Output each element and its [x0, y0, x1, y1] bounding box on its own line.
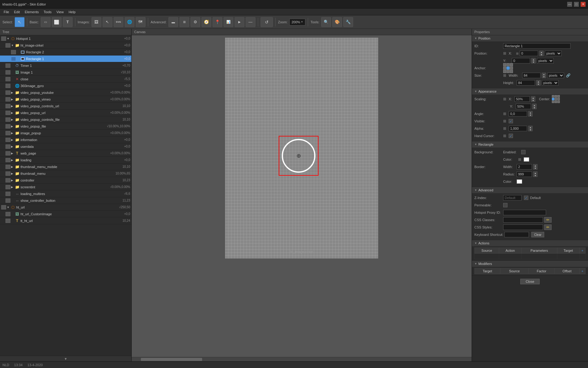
- adv-btn2[interactable]: ⊞: [179, 17, 189, 27]
- vis-toggle-360gyro[interactable]: [6, 84, 10, 88]
- expand-hotspot1[interactable]: ▼: [7, 37, 10, 40]
- minimize-button[interactable]: —: [567, 2, 572, 7]
- modifiers-col-add[interactable]: +: [579, 268, 585, 274]
- scale-y-spinner[interactable]: ▲▼: [532, 104, 537, 109]
- tree-item-vpcf[interactable]: ▶ 📁 video_popup_controls_file 10,10: [0, 116, 131, 123]
- undo-button[interactable]: ↺: [261, 17, 273, 27]
- vis-toggle-rect2[interactable]: [11, 50, 16, 54]
- maximize-button[interactable]: □: [574, 2, 579, 7]
- expand-webpage[interactable]: ▶: [11, 152, 15, 155]
- visible-checkbox[interactable]: [509, 119, 513, 123]
- canvas-rect-element[interactable]: ⊕: [279, 136, 318, 176]
- tree-item-image1[interactable]: 🖼 Image 1 √10,10: [0, 69, 131, 76]
- expand-info[interactable]: ▶: [11, 138, 15, 141]
- props-section-advanced-header[interactable]: ▼ Advanced: [472, 187, 588, 193]
- vis-toggle-imgpopup[interactable]: [6, 131, 10, 135]
- prop-y-input[interactable]: [512, 58, 530, 63]
- vis-toggle-vpy[interactable]: [6, 90, 10, 95]
- vis-toggle-ctrl[interactable]: [6, 178, 10, 182]
- expand-tm[interactable]: ▶: [11, 172, 15, 175]
- props-close-button[interactable]: Close: [520, 279, 539, 284]
- y-unit-select[interactable]: pixels%: [537, 58, 554, 63]
- border-width-spinner[interactable]: ▲▼: [533, 164, 537, 170]
- props-section-modifiers-header[interactable]: ▼ Modifiers: [472, 261, 588, 267]
- prop-scale-x-input[interactable]: [514, 96, 530, 102]
- vis-toggle-webpage[interactable]: [6, 151, 10, 155]
- scrollbar-h-handle[interactable]: [141, 358, 202, 361]
- adv-btn4[interactable]: 🧭: [202, 17, 211, 27]
- tree-item-screentint[interactable]: ▶ 📁 screentint √0.00%,0.00%: [0, 184, 131, 190]
- y-spinner[interactable]: ▲▼: [531, 58, 536, 63]
- handcursor-checkbox[interactable]: [509, 134, 513, 138]
- prop-hotspot-proxy-input[interactable]: [503, 210, 546, 215]
- props-section-position-header[interactable]: ▼ Position: [472, 35, 588, 41]
- prop-keyboard-input[interactable]: [504, 232, 529, 237]
- adv-btn8[interactable]: —: [246, 17, 255, 27]
- bg-color-swatch[interactable]: [524, 157, 529, 162]
- tree-item-webpage[interactable]: ▶ T web_page +0.00%,0.00%: [0, 150, 131, 157]
- menu-file[interactable]: File: [1, 10, 12, 14]
- prop-height-input[interactable]: [517, 80, 535, 86]
- prop-angle-input[interactable]: [509, 111, 527, 117]
- tool-btn3[interactable]: 🔧: [343, 17, 353, 27]
- vis-toggle-vpv[interactable]: [6, 97, 10, 102]
- expand-screentint[interactable]: ▶: [11, 186, 15, 189]
- vis-toggle-rect1[interactable]: [11, 57, 16, 61]
- vis-toggle-vpf[interactable]: [6, 124, 10, 128]
- vis-toggle-ht-image-cirkel[interactable]: [6, 43, 10, 48]
- expand-vpf[interactable]: ▶: [11, 125, 15, 128]
- vis-toggle-scb[interactable]: [6, 198, 10, 203]
- vis-toggle-close[interactable]: [6, 77, 10, 81]
- props-section-appearance-header[interactable]: ▼ Appearance: [472, 88, 588, 94]
- width-unit-select[interactable]: pixels%: [547, 73, 564, 78]
- alpha-spinner[interactable]: ▲▼: [528, 126, 533, 131]
- select-tool-button[interactable]: ↖: [15, 17, 24, 27]
- prop-zindex-input[interactable]: [503, 195, 522, 201]
- tree-item-ctrl[interactable]: ▶ 📁 controller 10,23: [0, 177, 131, 184]
- adv-btn1[interactable]: ▬: [168, 17, 178, 27]
- x-unit-select[interactable]: pixels%: [545, 51, 562, 56]
- vis-toggle-timer1[interactable]: [6, 63, 10, 68]
- tree-scroll-down[interactable]: ▼: [0, 356, 131, 361]
- tool-search-button[interactable]: 🔍: [321, 17, 331, 27]
- expand-vpv[interactable]: ▶: [11, 98, 15, 101]
- prop-css-classes-input[interactable]: [503, 217, 543, 223]
- tree-item-lm[interactable]: ··· loading_multires √6,6: [0, 190, 131, 197]
- vis-toggle-vpcu[interactable]: [6, 104, 10, 108]
- tree-item-timer1[interactable]: ⏱ Timer 1 +0,70: [0, 62, 131, 69]
- expand-vpcf[interactable]: ▶: [11, 118, 15, 121]
- menu-tools[interactable]: Tools: [41, 10, 54, 14]
- tree-item-tthturl[interactable]: T tt_ht_url 10,24: [0, 217, 131, 224]
- adv-btn5[interactable]: 📍: [213, 17, 222, 27]
- keyboard-clear-button[interactable]: Clear: [531, 232, 544, 237]
- scale-x-spinner[interactable]: ▲▼: [531, 96, 535, 102]
- canvas-area[interactable]: ⊕ ht_image-cirkel: [132, 35, 472, 357]
- menu-elements[interactable]: Elements: [22, 10, 41, 14]
- expand-hturl[interactable]: ▼: [7, 206, 10, 209]
- expand-vpcu[interactable]: ▶: [11, 105, 15, 108]
- tree-item-ht-image-cirkel[interactable]: ▼ 📁 ht_image-cirkel +0,0: [0, 42, 131, 49]
- actions-col-add[interactable]: +: [579, 248, 585, 254]
- tree-item-hotspot1[interactable]: ▼ ⬡ Hotspot 1 +0,0: [0, 35, 131, 42]
- tree-item-hturlci[interactable]: 🖼 ht_url_CustomImage +0,0: [0, 211, 131, 217]
- expand-imgpopup[interactable]: ▶: [11, 132, 15, 135]
- vis-toggle-info[interactable]: [6, 138, 10, 142]
- vis-toggle-lm[interactable]: [6, 192, 10, 196]
- map-button[interactable]: 🗺: [136, 17, 145, 27]
- expand-loading[interactable]: ▶: [11, 159, 15, 162]
- basic-shape2-button[interactable]: ⬜: [52, 17, 62, 27]
- tree-item-rect2[interactable]: Rectangle 2 +0,0: [0, 49, 131, 56]
- vis-toggle-screentint[interactable]: [6, 185, 10, 189]
- canvas-scrollbar-h[interactable]: [132, 357, 472, 361]
- tree-item-rect1[interactable]: Rectangle 1 +0,0: [0, 56, 131, 62]
- prop-border-width-input[interactable]: [517, 164, 532, 170]
- web-button[interactable]: 🌐: [125, 17, 134, 27]
- vis-toggle-image1[interactable]: [6, 70, 10, 75]
- height-spinner[interactable]: ▲▼: [536, 80, 541, 86]
- image-button[interactable]: 🖼: [92, 17, 101, 27]
- tree-item-tm[interactable]: ▶ 📁 thumbnail_menu 10.00%,65: [0, 170, 131, 177]
- tree-item-loading[interactable]: ▶ 📁 loading +0,0: [0, 157, 131, 163]
- vis-toggle-tthturl[interactable]: [6, 219, 10, 223]
- zindex-default-checkbox[interactable]: [524, 196, 528, 200]
- basic-text-button[interactable]: T: [63, 17, 73, 27]
